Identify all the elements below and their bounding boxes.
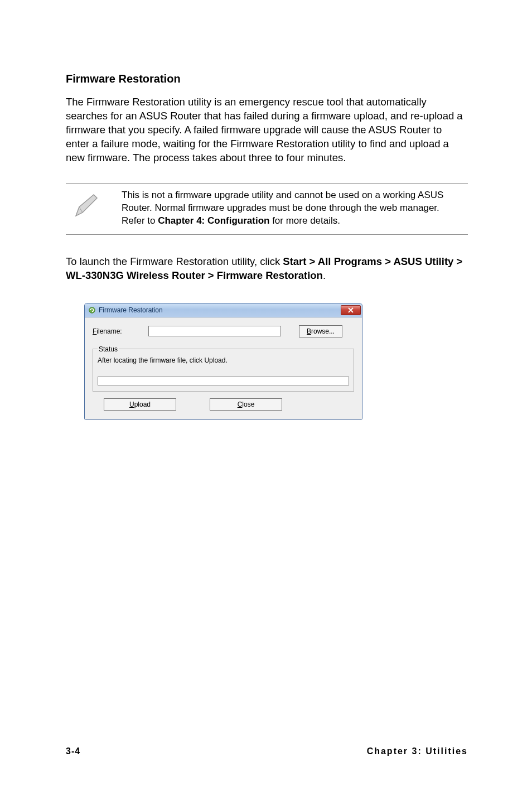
footer-page-number: 3-4 — [66, 746, 80, 756]
intro-paragraph: The Firmware Restoration utility is an e… — [66, 95, 468, 165]
close-button[interactable]: Close — [210, 398, 282, 411]
dialog-title: Firmware Restoration — [99, 306, 341, 314]
filename-row: Filename: Browse... — [93, 325, 354, 337]
upload-rest: pload — [134, 401, 151, 408]
launch-paragraph: To launch the Firmware Restoration utili… — [66, 255, 468, 283]
filename-label-rest: ilename: — [96, 327, 122, 335]
filename-label: Filename: — [93, 327, 148, 335]
page-footer: 3-4 Chapter 3: Utilities — [66, 746, 468, 756]
note-block: This is not a firmware upgrade utility a… — [66, 183, 468, 235]
note-text-bold: Chapter 4: Configuration — [158, 215, 269, 226]
dialog-titlebar: Firmware Restoration — [85, 303, 362, 317]
firmware-restoration-dialog: Firmware Restoration Filename: Browse...… — [84, 303, 362, 420]
browse-button[interactable]: Browse... — [299, 325, 342, 337]
note-text-after: for more details. — [269, 215, 340, 226]
dialog-app-icon — [88, 306, 96, 314]
launch-text-after: . — [323, 269, 326, 281]
dialog-button-row: Upload Close — [93, 398, 354, 411]
browse-rest: rowse... — [311, 327, 335, 335]
note-text: This is not a firmware upgrade utility a… — [122, 189, 468, 228]
upload-u: U — [129, 401, 134, 408]
dialog-body: Filename: Browse... Status After locatin… — [85, 317, 362, 419]
status-legend: Status — [98, 345, 119, 353]
progress-bar — [98, 377, 349, 385]
status-text: After locating the firmware file, click … — [98, 356, 349, 364]
pencil-note-icon — [72, 191, 100, 219]
browse-u: B — [307, 327, 311, 335]
close-rest: lose — [242, 401, 254, 408]
filename-input[interactable] — [148, 326, 281, 336]
status-group: Status After locating the firmware file,… — [93, 345, 354, 392]
section-heading: Firmware Restoration — [66, 73, 468, 85]
close-icon[interactable] — [341, 305, 361, 315]
upload-button[interactable]: Upload — [104, 398, 176, 411]
footer-chapter: Chapter 3: Utilities — [367, 746, 468, 756]
launch-text-before: To launch the Firmware Restoration utili… — [66, 255, 283, 267]
svg-point-0 — [89, 307, 95, 313]
